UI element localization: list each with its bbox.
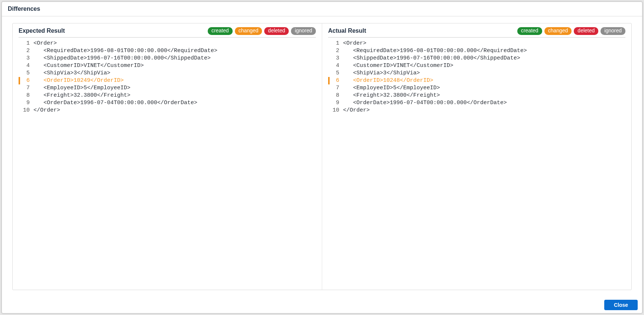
expected-legend-ignored[interactable]: ignored bbox=[291, 27, 316, 35]
line-number: 6 bbox=[331, 77, 339, 84]
actual-line[interactable]: 6 <OrderID>10248</OrderID> bbox=[328, 77, 625, 84]
expected-legend-changed[interactable]: changed bbox=[235, 27, 262, 35]
actual-line[interactable]: 5 <ShipVia>3</ShipVia> bbox=[328, 70, 625, 77]
line-number: 8 bbox=[331, 92, 339, 99]
line-number: 2 bbox=[331, 47, 339, 55]
line-number: 7 bbox=[22, 84, 30, 92]
dialog-title: Differences bbox=[2, 2, 642, 16]
diff-marker bbox=[19, 40, 20, 47]
actual-legend-changed[interactable]: changed bbox=[544, 27, 572, 35]
expected-legend-deleted[interactable]: deleted bbox=[264, 27, 289, 35]
actual-code[interactable]: 1<Order>2 <RequiredDate>1996-08-01T00:00… bbox=[328, 40, 625, 287]
diff-marker bbox=[19, 47, 20, 55]
line-code: <RequiredDate>1996-08-01T00:00:00.000</R… bbox=[343, 47, 527, 55]
actual-line[interactable]: 9 <OrderDate>1996-07-04T00:00:00.000</Or… bbox=[328, 99, 625, 107]
diff-marker bbox=[19, 70, 20, 77]
actual-legend-created[interactable]: created bbox=[517, 27, 542, 35]
line-number: 1 bbox=[331, 40, 339, 47]
line-number: 10 bbox=[22, 107, 30, 114]
diff-marker bbox=[328, 92, 330, 99]
line-code: <Freight>32.3800</Freight> bbox=[33, 92, 130, 99]
line-number: 3 bbox=[331, 55, 339, 62]
diff-marker bbox=[328, 47, 330, 55]
expected-line[interactable]: 3 <ShippedDate>1996-07-16T00:00:00.000</… bbox=[19, 55, 316, 62]
line-number: 4 bbox=[22, 62, 30, 70]
line-number: 10 bbox=[331, 107, 339, 114]
actual-title: Actual Result bbox=[328, 28, 366, 34]
expected-legend-created[interactable]: created bbox=[208, 27, 233, 35]
close-button[interactable]: Close bbox=[604, 300, 638, 310]
line-number: 1 bbox=[22, 40, 30, 47]
actual-line[interactable]: 2 <RequiredDate>1996-08-01T00:00:00.000<… bbox=[328, 47, 625, 55]
line-number: 9 bbox=[22, 99, 30, 107]
line-code: <Order> bbox=[343, 40, 366, 47]
expected-title: Expected Result bbox=[19, 28, 65, 34]
actual-legend-deleted[interactable]: deleted bbox=[574, 27, 598, 35]
actual-line[interactable]: 3 <ShippedDate>1996-07-16T00:00:00.000</… bbox=[328, 55, 625, 62]
line-number: 7 bbox=[331, 84, 339, 92]
diff-marker bbox=[328, 40, 330, 47]
diff-marker bbox=[19, 77, 20, 84]
diff-marker bbox=[19, 107, 20, 114]
line-code: <EmployeeID>5</EmployeeID> bbox=[33, 84, 130, 92]
actual-line[interactable]: 10</Order> bbox=[328, 107, 625, 114]
expected-panel: Expected Result created changed deleted … bbox=[13, 23, 322, 290]
diff-marker bbox=[19, 62, 20, 70]
actual-panel: Actual Result created changed deleted ig… bbox=[322, 23, 631, 290]
diff-marker bbox=[19, 99, 20, 107]
diff-marker bbox=[328, 99, 330, 107]
diff-marker bbox=[19, 84, 20, 92]
diff-marker bbox=[328, 70, 330, 77]
expected-line[interactable]: 1<Order> bbox=[19, 40, 316, 47]
line-number: 2 bbox=[22, 47, 30, 55]
expected-code[interactable]: 1<Order>2 <RequiredDate>1996-08-01T00:00… bbox=[19, 40, 316, 287]
line-code: <Freight>32.3800</Freight> bbox=[343, 92, 440, 99]
line-number: 8 bbox=[22, 92, 30, 99]
line-code: <CustomerID>VINET</CustomerID> bbox=[343, 62, 453, 70]
panels-wrapper: Expected Result created changed deleted … bbox=[12, 23, 632, 290]
line-code: <EmployeeID>5</EmployeeID> bbox=[343, 84, 440, 92]
line-number: 5 bbox=[331, 70, 339, 77]
diff-marker bbox=[328, 84, 330, 92]
actual-line[interactable]: 7 <EmployeeID>5</EmployeeID> bbox=[328, 84, 625, 92]
line-number: 4 bbox=[331, 62, 339, 70]
diff-marker bbox=[328, 107, 330, 114]
expected-line[interactable]: 2 <RequiredDate>1996-08-01T00:00:00.000<… bbox=[19, 47, 316, 55]
expected-line[interactable]: 4 <CustomerID>VINET</CustomerID> bbox=[19, 62, 316, 70]
diff-marker bbox=[328, 62, 330, 70]
expected-line[interactable]: 8 <Freight>32.3800</Freight> bbox=[19, 92, 316, 99]
line-code: <ShipVia>3</ShipVia> bbox=[33, 70, 110, 77]
line-code: <CustomerID>VINET</CustomerID> bbox=[33, 62, 144, 70]
line-number: 6 bbox=[22, 77, 30, 84]
line-number: 5 bbox=[22, 70, 30, 77]
diff-marker bbox=[19, 92, 20, 99]
line-code: </Order> bbox=[343, 107, 370, 114]
expected-line[interactable]: 5 <ShipVia>3</ShipVia> bbox=[19, 70, 316, 77]
actual-line[interactable]: 1<Order> bbox=[328, 40, 625, 47]
expected-line[interactable]: 6 <OrderID>10249</OrderID> bbox=[19, 77, 316, 84]
line-code: <ShippedDate>1996-07-16T00:00:00.000</Sh… bbox=[33, 55, 211, 62]
line-code: <OrderID>10249</OrderID> bbox=[33, 77, 124, 84]
actual-line[interactable]: 8 <Freight>32.3800</Freight> bbox=[328, 92, 625, 99]
line-code: <OrderID>10248</OrderID> bbox=[343, 77, 433, 84]
line-number: 3 bbox=[22, 55, 30, 62]
line-code: <RequiredDate>1996-08-01T00:00:00.000</R… bbox=[33, 47, 217, 55]
line-code: <OrderDate>1996-07-04T00:00:00.000</Orde… bbox=[343, 99, 507, 107]
line-code: <ShippedDate>1996-07-16T00:00:00.000</Sh… bbox=[343, 55, 520, 62]
line-code: <OrderDate>1996-07-04T00:00:00.000</Orde… bbox=[33, 99, 197, 107]
actual-legend-ignored[interactable]: ignored bbox=[601, 27, 625, 35]
diff-marker bbox=[19, 55, 20, 62]
expected-line[interactable]: 10</Order> bbox=[19, 107, 316, 114]
line-code: </Order> bbox=[33, 107, 60, 114]
line-number: 9 bbox=[331, 99, 339, 107]
diff-marker bbox=[328, 55, 330, 62]
dialog-body: Expected Result created changed deleted … bbox=[2, 16, 642, 297]
expected-header: Expected Result created changed deleted … bbox=[19, 27, 316, 38]
expected-line[interactable]: 9 <OrderDate>1996-07-04T00:00:00.000</Or… bbox=[19, 99, 316, 107]
diff-marker bbox=[328, 77, 330, 84]
dialog-footer: Close bbox=[2, 297, 642, 313]
differences-dialog: Differences Expected Result created chan… bbox=[1, 1, 643, 314]
expected-line[interactable]: 7 <EmployeeID>5</EmployeeID> bbox=[19, 84, 316, 92]
line-code: <ShipVia>3</ShipVia> bbox=[343, 70, 420, 77]
actual-line[interactable]: 4 <CustomerID>VINET</CustomerID> bbox=[328, 62, 625, 70]
